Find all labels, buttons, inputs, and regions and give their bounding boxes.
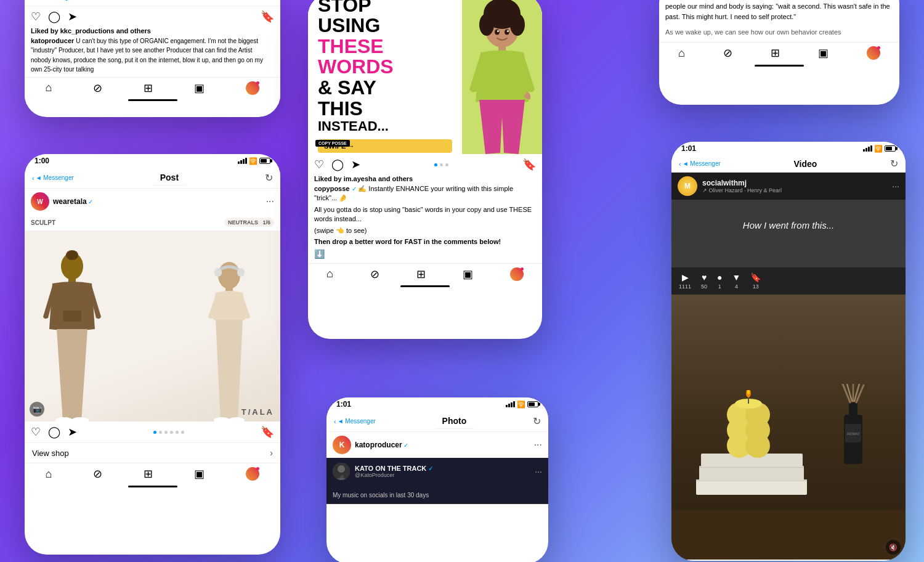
svg-point-1 [66, 250, 78, 260]
shares-count: 4 [735, 283, 738, 290]
svg-point-21 [497, 30, 499, 32]
verified-2: ✓ [88, 198, 93, 205]
bookmark-icon-2[interactable]: 🔖 [261, 425, 274, 439]
bottom-nav-2: ⌂ ⊘ ⊞ ▣ [25, 463, 280, 482]
dot-3 [164, 431, 168, 434]
share-icon-3[interactable]: ➤ [351, 158, 360, 171]
search-icon-2[interactable]: ⊘ [93, 467, 102, 481]
like-icon-1[interactable]: ♡ [31, 10, 41, 23]
smj-more[interactable]: ··· [892, 181, 899, 191]
phone-top-left: 1:00 🛜 ‹ ◄ Messenger ↻ ♡ ◯ ➤ 🔖 [25, 0, 280, 117]
profile-icon-wrap-1[interactable] [246, 81, 259, 95]
smj-name: socialwithmj [702, 179, 747, 187]
more-options-2[interactable]: ··· [266, 196, 274, 207]
messenger-back-2[interactable]: ‹ ◄ Messenger [32, 174, 74, 182]
view-shop-row[interactable]: View shop › [25, 442, 280, 463]
reels-icon-3[interactable]: ▣ [463, 267, 473, 281]
search-icon-3[interactable]: ⊘ [370, 267, 379, 281]
home-icon-3[interactable]: ⌂ [326, 267, 333, 280]
messenger-back-4[interactable]: ‹ ◄ Messenger [334, 418, 376, 425]
status-icons-4: 🛜 [506, 401, 538, 409]
svg-point-17 [487, 2, 517, 20]
bookmark-icon-3[interactable]: 🔖 [522, 158, 536, 171]
back-arrow-4[interactable]: ‹ [334, 418, 336, 425]
table-surface [671, 510, 906, 560]
cp-dot-3 [445, 163, 448, 166]
caption-sub-5: As we wake up, we can see how our own be… [659, 28, 899, 42]
copyposse-logo: COPY POSSE [315, 140, 350, 147]
comments-count: 1 [718, 283, 721, 290]
svg-point-22 [507, 30, 509, 32]
wifi-icon-4: 🛜 [517, 401, 525, 409]
messenger-back-6[interactable]: ‹ ◄ Messenger [679, 160, 721, 168]
add-icon-2[interactable]: ⊞ [144, 467, 153, 481]
refresh-icon-1[interactable]: ↻ [265, 0, 273, 3]
add-icon-1[interactable]: ⊞ [144, 81, 153, 95]
messenger-label-4: ◄ Messenger [338, 418, 376, 425]
comment-icon-3[interactable]: ◯ [331, 158, 344, 171]
figure-right [197, 258, 262, 422]
back-arrow-1[interactable]: ‹ [32, 0, 34, 1]
share-icon-stat: ▼ [732, 272, 741, 282]
home-icon-1[interactable]: ⌂ [46, 81, 52, 94]
home-icon-2[interactable]: ⌂ [46, 468, 52, 481]
video-overlay-text: How I went from this... [671, 220, 906, 231]
candle-svg [721, 390, 776, 464]
profile-icon-wrap-2[interactable] [246, 467, 259, 481]
svg-rect-42 [849, 402, 857, 416]
profile-icon-wrap-3[interactable] [510, 267, 524, 281]
video-post-actions: ♡ ◯ ➤ 🔖 [671, 560, 906, 561]
reels-icon-5[interactable]: ▣ [818, 46, 829, 60]
like-icon-2[interactable]: ♡ [31, 425, 41, 439]
reels-icon-1[interactable]: ▣ [194, 81, 205, 95]
stat-comments: ● 1 [717, 272, 722, 290]
caption-1: katoproducer U can't buy this type of OR… [25, 36, 280, 77]
verified-4: ✓ [403, 442, 408, 449]
add-icon-3[interactable]: ⊞ [416, 267, 426, 281]
comment-icon-1[interactable]: ◯ [48, 10, 60, 23]
username-2[interactable]: wearetala [53, 197, 87, 206]
dot-1 [153, 431, 156, 434]
home-icon-5[interactable]: ⌂ [678, 47, 685, 60]
more-options-4[interactable]: ··· [534, 439, 542, 450]
share-icon-2[interactable]: ➤ [68, 425, 77, 439]
view-shop-label[interactable]: View shop [32, 449, 69, 458]
verified-3: ✓ [352, 185, 359, 192]
back-arrow-6[interactable]: ‹ [679, 160, 681, 168]
svg-rect-26 [696, 479, 807, 495]
username-4[interactable]: katoproducer [355, 441, 402, 449]
refresh-icon-6[interactable]: ↻ [890, 158, 898, 169]
refresh-icon-4[interactable]: ↻ [533, 415, 541, 427]
bookmark-icon-1[interactable]: 🔖 [261, 10, 274, 23]
refresh-icon-2[interactable]: ↻ [265, 172, 273, 184]
phone-copyposse: STOP USING THESE WORDS & SAY THIS INSTEA… [308, 0, 542, 339]
svg-line-47 [856, 385, 864, 402]
add-icon-5[interactable]: ⊞ [771, 46, 780, 60]
video-title-6: Video [793, 159, 817, 169]
phone-tala: 1:00 🛜 ‹ ◄ Messenger Post ↻ W wearetala … [25, 154, 280, 555]
svg-text:AROMAT: AROMAT [846, 432, 859, 436]
copyposse-image: STOP USING THESE WORDS & SAY THIS INSTEA… [308, 0, 542, 154]
like-icon-3[interactable]: ♡ [314, 158, 324, 171]
reels-icon-2[interactable]: ▣ [194, 467, 205, 481]
smj-header: M socialwithmj ↗ Oliver Hazard · Henry &… [671, 173, 906, 200]
messenger-back-1[interactable]: ‹ ◄ Messenger [32, 0, 74, 1]
battery-4 [527, 401, 538, 407]
search-icon-1[interactable]: ⊘ [93, 81, 102, 95]
caption-3: copyposse ✓ ✍️ Instantly ENHANCE your wr… [308, 184, 542, 263]
comment-icon-2[interactable]: ◯ [48, 425, 60, 439]
sculpt-label: SCULPT [31, 219, 55, 226]
candle-scene: AROMAT 🔇 [671, 295, 906, 560]
share-icon-1[interactable]: ➤ [68, 10, 77, 23]
chevron-right-icon: › [270, 448, 273, 458]
stat-likes: ♥ 50 [701, 272, 707, 290]
more-kato[interactable]: ··· [535, 466, 542, 477]
back-arrow-2[interactable]: ‹ [32, 174, 34, 182]
comment-icon-stat: ● [717, 272, 722, 282]
mute-icon[interactable]: 🔇 [886, 540, 901, 555]
profile-icon-wrap-5[interactable] [867, 46, 880, 60]
phone-video: 1:01 🛜 ‹ ◄ Messenger Video ↻ M socialwit… [671, 142, 906, 561]
avatar-4: K [333, 436, 351, 454]
search-icon-5[interactable]: ⊘ [723, 46, 732, 60]
saves-count: 13 [753, 283, 759, 290]
